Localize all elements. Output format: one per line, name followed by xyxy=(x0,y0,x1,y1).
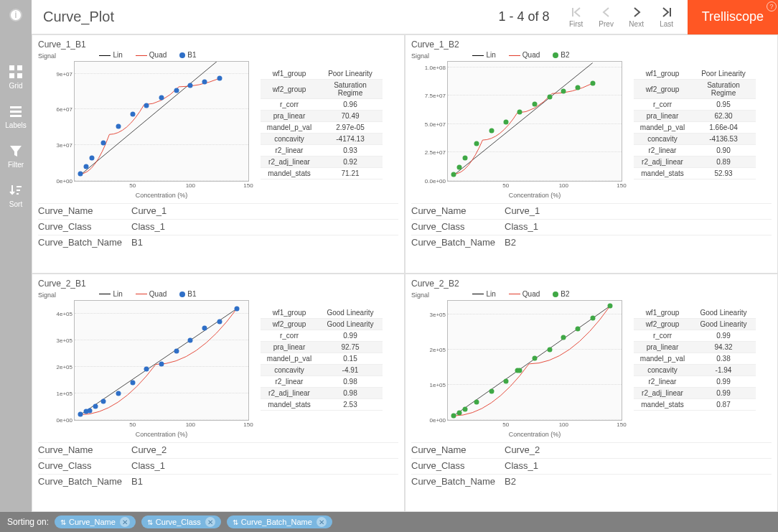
data-point xyxy=(144,103,149,108)
data-point xyxy=(188,83,193,88)
help-icon[interactable]: ? xyxy=(767,1,777,11)
chip-close-icon[interactable]: ✕ xyxy=(317,517,327,527)
y-tick: 5.0e+07 xyxy=(425,121,448,127)
data-point xyxy=(463,156,468,161)
rail-sort-label: Sort xyxy=(9,200,22,208)
chip-close-icon[interactable]: ✕ xyxy=(205,517,215,527)
sort-chip[interactable]: ⇅Curve_Batch_Name✕ xyxy=(227,515,332,528)
rail-sort[interactable]: Sort xyxy=(0,176,32,215)
sort-chip[interactable]: ⇅Curve_Class✕ xyxy=(141,515,221,528)
data-point xyxy=(144,367,149,372)
stats-row: wf2_groupGood Linearity xyxy=(634,318,756,330)
rail-filter[interactable]: Filter xyxy=(0,136,32,176)
stats-row: r2_adj_linear0.98 xyxy=(261,387,383,398)
stats-key: wf1_group xyxy=(261,307,318,319)
pager-next[interactable]: Next xyxy=(622,6,652,28)
x-tick: 150 xyxy=(243,181,253,189)
y-tick: 3e+05 xyxy=(57,337,75,343)
stats-value: 0.90 xyxy=(691,145,756,157)
stats-key: pra_linear xyxy=(634,341,691,353)
stats-key: r_corr xyxy=(634,330,691,341)
y-axis-label: Signal xyxy=(38,52,56,60)
stats-row: mandel_p_val0.15 xyxy=(261,353,383,364)
stats-value: -4.91 xyxy=(318,364,383,375)
meta-label: Curve_Batch_Name xyxy=(411,237,505,248)
data-point xyxy=(174,88,179,93)
y-tick: 1.0e+08 xyxy=(425,64,448,70)
pager-first[interactable]: First xyxy=(561,6,591,28)
panel: Curve_1_B2LinQuadB2Signal0.0e+002.5e+075… xyxy=(405,34,778,274)
x-axis-label: Concentration (%) xyxy=(447,431,622,438)
stats-table: wf1_groupPoor Linearitywf2_groupSaturati… xyxy=(261,68,383,179)
meta-label: Curve_Name xyxy=(38,205,131,216)
stats-key: mandel_p_val xyxy=(634,122,691,134)
stats-key: wf2_group xyxy=(634,318,691,330)
stats-value: 0.99 xyxy=(318,330,383,341)
chart-legend: LinQuadB2 xyxy=(411,51,627,59)
data-point xyxy=(474,141,479,146)
sort-chip[interactable]: ⇅Curve_Name✕ xyxy=(55,515,136,528)
y-tick: 4e+05 xyxy=(57,310,75,317)
chip-close-icon[interactable]: ✕ xyxy=(120,517,130,527)
x-tick: 50 xyxy=(129,420,136,428)
panels-grid: Curve_1_B1LinQuadB1Signal0e+003e+076e+07… xyxy=(32,34,778,512)
data-point xyxy=(90,156,95,161)
stats-row: r_corr0.99 xyxy=(261,330,383,341)
stats-row: concavity-4.91 xyxy=(261,364,383,375)
x-tick: 100 xyxy=(559,181,568,189)
pager-prev[interactable]: Prev xyxy=(591,6,622,28)
sort-asc-icon: ⇅ xyxy=(147,518,153,526)
info-icon[interactable]: i xyxy=(9,9,22,22)
data-point xyxy=(547,95,552,100)
meta-value: Curve_2 xyxy=(131,444,167,455)
data-point xyxy=(561,89,566,94)
meta-value: Class_1 xyxy=(505,221,538,232)
stats-row: mandel_p_val0.38 xyxy=(634,353,756,364)
stats-row: wf2_groupSaturation Regime xyxy=(634,80,756,99)
stats-key: wf1_group xyxy=(261,68,318,80)
svg-rect-5 xyxy=(10,111,22,113)
meta-value: B2 xyxy=(505,476,516,487)
stats-key: r2_linear xyxy=(634,145,691,157)
stats-row: mandel_stats0.87 xyxy=(634,398,756,410)
stats-key: pra_linear xyxy=(261,341,318,353)
stats-key: pra_linear xyxy=(634,111,691,122)
stats-value: 0.98 xyxy=(318,375,383,387)
stats-value: 0.99 xyxy=(691,387,756,398)
sort-asc-icon: ⇅ xyxy=(60,518,66,526)
stats-key: mandel_stats xyxy=(634,168,691,179)
data-point xyxy=(561,335,566,340)
panel: Curve_1_B1LinQuadB1Signal0e+003e+076e+07… xyxy=(32,34,405,274)
data-point xyxy=(503,378,508,383)
stats-row: r2_adj_linear0.89 xyxy=(634,157,756,168)
stats-row: pra_linear70.49 xyxy=(261,111,383,122)
stats-key: wf2_group xyxy=(634,80,691,99)
meta-row: Curve_Batch_NameB2 xyxy=(411,235,772,249)
stats-value: Good Linearity xyxy=(318,318,383,330)
rail-grid[interactable]: Grid xyxy=(0,57,32,97)
data-point xyxy=(463,406,468,411)
stats-row: r_corr0.99 xyxy=(634,330,756,341)
meta-value: B2 xyxy=(505,237,516,248)
svg-rect-1 xyxy=(17,65,22,70)
stats-key: r2_linear xyxy=(261,145,318,157)
meta-value: B1 xyxy=(131,476,143,487)
data-point xyxy=(217,76,222,81)
stats-value: 70.49 xyxy=(318,111,383,122)
stats-key: wf2_group xyxy=(261,80,318,99)
stats-value: Good Linearity xyxy=(318,307,383,319)
header: Curve_Plot 1 - 4 of 8 First Prev Next La… xyxy=(32,0,778,34)
meta-row: Curve_NameCurve_2 xyxy=(411,442,772,457)
chart: LinQuadB1Signal0e+001e+052e+053e+054e+05… xyxy=(38,290,253,441)
meta-row: Curve_Batch_NameB1 xyxy=(38,235,398,249)
meta-label: Curve_Class xyxy=(411,460,505,471)
stats-value: 62.30 xyxy=(691,111,756,122)
brand[interactable]: Trelliscope ? xyxy=(688,0,778,34)
first-icon xyxy=(570,6,583,19)
rail-grid-label: Grid xyxy=(9,82,23,90)
stats-value: Saturation Regime xyxy=(318,80,383,99)
data-point xyxy=(457,165,462,170)
pager-last[interactable]: Last xyxy=(652,6,682,28)
stats-value: 71.21 xyxy=(318,168,383,179)
rail-labels[interactable]: Labels xyxy=(0,97,32,136)
